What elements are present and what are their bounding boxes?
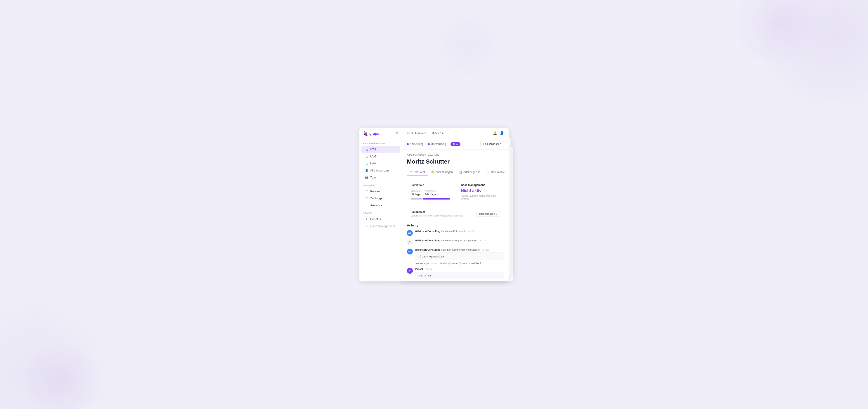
activity-action-2: hat ein Arztzeugnis hochgeladen — [441, 239, 477, 242]
aktiver-fall-label: Aktiver Fall — [425, 190, 436, 192]
tab-ubersicht[interactable]: ☰ Übersicht — [407, 169, 428, 176]
logo-icon: 🍇 — [363, 131, 368, 136]
zahlungen-icon: ☰ — [365, 197, 368, 200]
anmeldung-label: Anmeldung — [410, 143, 424, 146]
sidebar-item-uvg[interactable]: ◻ UVG — [361, 153, 400, 160]
absenzen-icon: 👤 — [365, 169, 368, 172]
sidebar-item-label-case-mgmt: Case Management — [370, 225, 395, 228]
user-icon[interactable]: 👤 — [500, 131, 504, 135]
avatar-1: WC — [407, 230, 413, 236]
aktiver-fall-stat: Aktiver Fall 142 Tage — [425, 190, 436, 196]
sidebar-logo: 🍇 grape ☰ — [360, 127, 402, 139]
policen-icon: ☰ — [365, 189, 368, 193]
activity-section: Activity WC Wilkinson Consulting hat die… — [407, 224, 504, 282]
falldossier-description: Laden Sie hier Ihre Krankheitsanzeige he… — [411, 214, 463, 217]
avatar-4: P — [407, 268, 413, 274]
breadcrumb: KTG Übersicht › Fall 55014 — [407, 132, 443, 135]
sidebar-item-label-policen: Policen — [370, 189, 380, 193]
activity-item-4: P Pascal vor 2d Glad to hear! — [407, 268, 504, 280]
sidebar-item-kav[interactable]: ◻ KAV — [361, 160, 400, 167]
case-meta-text: KTG Fall 55014 · 202 Tage — [407, 153, 439, 156]
section-label-health: HEALTH — [360, 209, 402, 215]
case-meta: KTG Fall 55014 · 202 Tage — [407, 149, 504, 158]
arztzeugnisse-tab-icon: 📋 — [459, 171, 462, 174]
activity-title: Activity — [407, 224, 504, 227]
activity-time-2: vor 2w — [479, 239, 486, 242]
case-title: Moritz Schutter — [407, 158, 504, 165]
tab-dokumente[interactable]: 📄 Dokumente — [484, 169, 508, 176]
section-label-insights: INSIGHTS — [360, 181, 402, 188]
activity-action-1: hat diesen Fall erstellt — [441, 230, 465, 233]
tab-ubersicht-label: Übersicht — [413, 171, 425, 174]
mention-pascal: @Pascal — [448, 262, 458, 264]
sidebar-item-benefits[interactable]: ★ Benefits — [361, 216, 400, 223]
case-mgmt-title: Case Management — [461, 183, 500, 186]
auszahlungen-tab-icon: 💳 — [431, 171, 434, 174]
step-anmeldung: Anmeldung — [407, 143, 424, 146]
activity-name-2: Wilkinson Consulting — [415, 239, 440, 242]
wartefrist-value: 60 Tage — [411, 193, 421, 196]
main-content: KTG Übersicht › Fall 55014 🔔 👤 Anmeldung… — [402, 127, 508, 282]
file-more-icon[interactable]: ⋮ — [499, 255, 501, 258]
tab-auszahlungen[interactable]: 💳 Auszahlungen — [428, 169, 456, 176]
wartefrist-stat: Wartefrist 60 Tage — [411, 190, 421, 196]
step-bar: Anmeldung › Überprüfung › Aktiv Fall sch… — [402, 139, 508, 149]
activity-name-4: Pascal — [415, 268, 423, 270]
activity-action-3: hat einen Kommentar hinterlassen: — [441, 249, 480, 251]
ktg-icon: ◻ — [365, 148, 368, 151]
analytics-icon: ○ — [365, 204, 368, 207]
tab-arztzeugnisse[interactable]: 📋 Arztzeugnisse — [456, 169, 484, 176]
case-mgmt-icon: ⚙ — [365, 225, 368, 228]
step-sep-1: › — [426, 143, 426, 145]
bell-icon[interactable]: 🔔 — [493, 131, 497, 135]
menu-icon[interactable]: ☰ — [395, 132, 399, 136]
wartefrist-label: Wartefrist — [411, 190, 421, 192]
sidebar-item-case-management: ⚙ Case Management — [361, 223, 400, 229]
avatar-3: WC — [407, 249, 413, 255]
falldossier-title: Falldossier — [411, 210, 463, 213]
dokumente-tab-icon: 📄 — [487, 171, 490, 174]
tabs: ☰ Übersicht 💳 Auszahlungen 📋 Arztzeugnis… — [407, 169, 504, 176]
breadcrumb-separator: › — [428, 132, 428, 135]
sidebar-item-label-kav: KAV — [370, 162, 376, 165]
logo: 🍇 grape — [363, 131, 379, 136]
progress-active — [423, 198, 450, 200]
file-name: 2304_liquidation.pdf — [422, 255, 444, 258]
sidebar-item-ktg[interactable]: ◻ KTG — [361, 146, 400, 153]
fallverlauf-card: Fallverlauf Wartefrist 60 Tage Aktiver F… — [407, 180, 454, 204]
activity-name-1: Wilkinson Consulting — [415, 230, 440, 233]
sidebar-item-policen[interactable]: ☰ Policen — [361, 188, 400, 195]
sidebar-item-zahlungen[interactable]: ☰ Zahlungen — [361, 195, 400, 202]
herunterladen-button[interactable]: Herunterladen ↓ — [476, 211, 500, 216]
step-sep-2: › — [448, 143, 449, 145]
section-label-fallmanagement: FALLMANAGEMENT — [360, 139, 402, 146]
activity-item-2: 📋 Wilkinson Consulting hat ein Arztzeugn… — [407, 239, 504, 245]
tab-falldaten[interactable]: 👤 Falldaten — [508, 169, 509, 176]
content-scroll: KTG Fall 55014 · 202 Tage Moritz Schutte… — [402, 149, 508, 282]
sidebar-item-team[interactable]: 👥 Team — [361, 174, 400, 181]
uvg-icon: ◻ — [365, 155, 368, 158]
uberpruefung-dot — [428, 143, 430, 145]
activity-time-1: vor 2w — [468, 230, 474, 233]
activity-file-card: 📄 2304_liquidation.pdf ⋮ — [415, 253, 504, 260]
activity-comment-4: Glad to hear! — [415, 272, 504, 280]
sidebar-item-label-ktg: KTG — [370, 148, 376, 151]
file-icon: 📄 — [418, 255, 421, 258]
tab-auszahlungen-label: Auszahlungen — [436, 171, 453, 174]
fallverlauf-title: Fallverlauf — [411, 183, 450, 186]
sidebar-item-analytics[interactable]: ○ Analytics — [361, 202, 400, 209]
fall-schliessen-button[interactable]: Fall schliessen — [480, 141, 504, 147]
activity-name-3: Wilkinson Consulting — [415, 249, 440, 251]
sidebar-item-label-zahlungen: Zahlungen — [370, 197, 384, 200]
aktiv-badge: Aktiv — [451, 142, 460, 146]
nicht-aktiv-status: Nicht aktiv — [461, 188, 500, 193]
team-icon: 👥 — [365, 176, 368, 179]
header-icons: 🔔 👤 — [493, 131, 504, 135]
kav-icon: ◻ — [365, 162, 368, 165]
sidebar-item-alle-absenzen[interactable]: 👤 Alle Absenzen — [361, 167, 400, 174]
step-uberpruefung: Überprüfung — [428, 143, 446, 146]
tab-dokumente-label: Dokumente — [491, 171, 505, 174]
sidebar-item-label-team: Team — [370, 176, 377, 179]
sidebar-item-label-benefits: Benefits — [370, 217, 381, 221]
activity-time-3: vor 1w — [482, 249, 489, 251]
